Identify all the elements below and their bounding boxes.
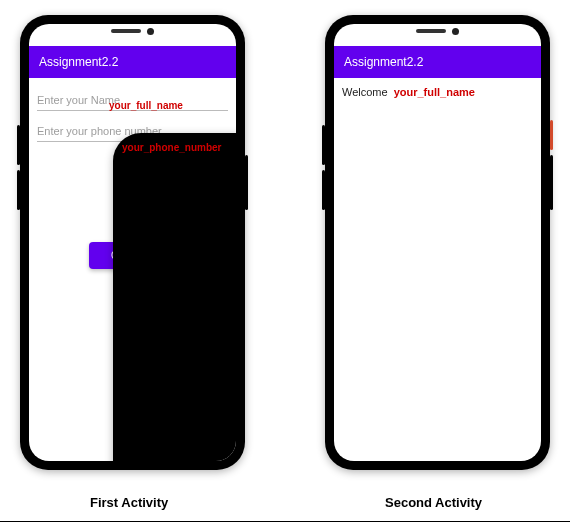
app-bar-second: Assignment2.2 [334, 46, 541, 78]
screen-second: Assignment2.2 Welcome your_full_name [334, 24, 541, 461]
baseline-rule [0, 521, 570, 522]
power-button-second [550, 155, 553, 210]
welcome-row: Welcome your_full_name [342, 84, 533, 98]
camera-icon [452, 28, 459, 35]
notch-second [408, 24, 468, 38]
app-title-second: Assignment2.2 [344, 55, 423, 69]
power-button-first [245, 155, 248, 210]
phone-frame-first: Assignment2.2 your_full_name your_phone_… [20, 15, 245, 470]
name-input-row: your_full_name [37, 90, 228, 111]
camera-icon [147, 28, 154, 35]
ok-button[interactable]: OK [89, 242, 148, 269]
side-accent [550, 120, 553, 150]
phone-input-row: your_phone_number [37, 121, 228, 142]
welcome-label: Welcome [342, 86, 388, 98]
volume-down-second [322, 170, 325, 210]
speaker-icon [416, 29, 446, 33]
volume-up-first [17, 125, 20, 165]
screen-first: Assignment2.2 your_full_name your_phone_… [29, 24, 236, 461]
notch-first [103, 24, 163, 38]
annotation-phone: your_phone_number [113, 133, 236, 461]
welcome-value: your_full_name [394, 86, 475, 98]
volume-down-first [17, 170, 20, 210]
phone-input[interactable] [37, 121, 228, 142]
app-bar-first: Assignment2.2 [29, 46, 236, 78]
caption-second: Second Activity [385, 495, 482, 510]
speaker-icon [111, 29, 141, 33]
body-second: Welcome your_full_name [334, 78, 541, 104]
caption-first: First Activity [90, 495, 168, 510]
phone-frame-second: Assignment2.2 Welcome your_full_name [325, 15, 550, 470]
body-first: your_full_name your_phone_number OK [29, 78, 236, 275]
app-title-first: Assignment2.2 [39, 55, 118, 69]
name-input[interactable] [37, 90, 228, 111]
volume-up-second [322, 125, 325, 165]
